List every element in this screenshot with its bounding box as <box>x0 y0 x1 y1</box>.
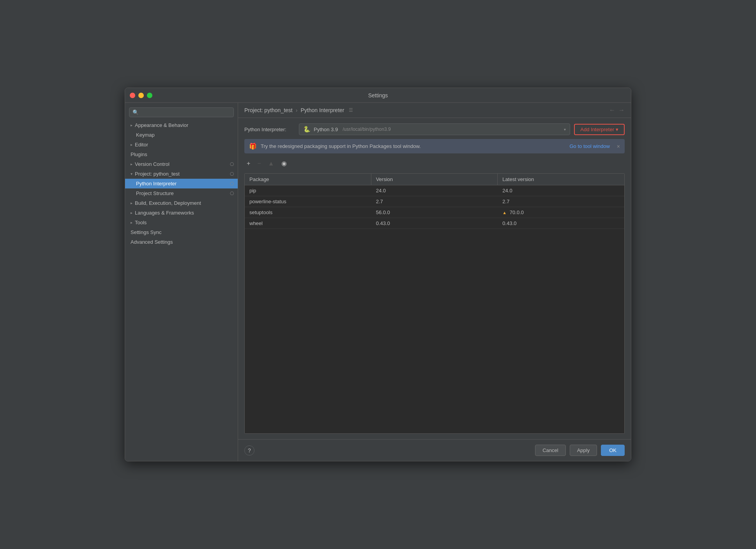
add-interpreter-button[interactable]: Add Interpreter ▾ <box>574 124 625 135</box>
table-row[interactable]: pip 24.0 24.0 <box>245 185 624 196</box>
title-bar: Settings <box>125 88 631 103</box>
sidebar-item-project[interactable]: ▾ Project: python_test ⎔ <box>125 169 238 179</box>
back-arrow-icon[interactable]: ← <box>609 107 615 114</box>
show-options-button[interactable]: ◉ <box>279 159 289 168</box>
upgrade-arrow-icon: ▲ <box>502 210 507 215</box>
sidebar-item-label: Python Interpreter <box>136 181 177 187</box>
sidebar-item-label: Build, Execution, Deployment <box>135 200 201 206</box>
breadcrumb-current: Python Interpreter <box>300 107 344 113</box>
content-area: Python Interpreter: 🐍 Python 3.9 /usr/lo… <box>238 118 631 439</box>
sidebar-item-label: Appearance & Behavior <box>135 122 188 128</box>
sidebar-item-label: Project: python_test <box>135 171 180 177</box>
chevron-icon: ▸ <box>131 123 132 127</box>
column-header-version: Version <box>371 174 498 185</box>
search-input[interactable] <box>141 109 230 115</box>
sidebar-item-python-interpreter[interactable]: Python Interpreter ⎔ <box>125 179 238 188</box>
sidebar-item-label: Version Control <box>135 161 170 167</box>
sidebar-item-label: Keymap <box>136 132 155 138</box>
banner-text: Try the redesigned packaging support in … <box>261 143 421 149</box>
sidebar-item-project-structure[interactable]: Project Structure ⎔ <box>125 188 238 198</box>
sidebar-item-label: Project Structure <box>136 190 174 196</box>
interpreter-select[interactable]: 🐍 Python 3.9 /usr/local/bin/python3.9 ▾ <box>299 123 570 135</box>
interpreter-icon: ⎔ <box>230 181 234 187</box>
main-content: Project: python_test › Python Interprete… <box>238 103 631 461</box>
sidebar-item-plugins[interactable]: Plugins <box>125 150 238 159</box>
nav-arrows: ← → <box>609 107 625 114</box>
sidebar-item-version-control[interactable]: ▸ Version Control ⎔ <box>125 159 238 169</box>
sidebar: 🔍 ▸ Appearance & Behavior Keymap ▸ Edito… <box>125 103 238 461</box>
help-icon: ? <box>248 447 251 454</box>
column-header-package: Package <box>245 174 371 185</box>
package-version: 24.0 <box>371 185 498 196</box>
ok-button[interactable]: OK <box>601 445 625 456</box>
add-package-button[interactable]: + <box>244 159 253 168</box>
table-header: Package Version Latest version <box>245 174 624 185</box>
traffic-lights <box>130 93 152 98</box>
table-body: pip 24.0 24.0 powerline-status 2.7 2.7 s… <box>245 185 624 433</box>
python-version: Python 3.9 <box>314 127 338 132</box>
table-row[interactable]: powerline-status 2.7 2.7 <box>245 196 624 207</box>
sidebar-item-tools[interactable]: ▸ Tools <box>125 218 238 227</box>
help-button[interactable]: ? <box>244 445 254 456</box>
package-latest: 2.7 <box>498 196 624 207</box>
dialog-footer: ? Cancel Apply OK <box>238 439 631 461</box>
sidebar-item-settings-sync[interactable]: Settings Sync <box>125 227 238 237</box>
sidebar-item-label: Settings Sync <box>131 229 162 235</box>
table-row[interactable]: wheel 0.43.0 0.43.0 <box>245 218 624 229</box>
gift-icon: 🎁 <box>249 143 257 150</box>
chevron-icon: ▸ <box>131 162 132 166</box>
package-version: 0.43.0 <box>371 218 498 229</box>
sidebar-item-languages[interactable]: ▸ Languages & Frameworks <box>125 208 238 218</box>
table-row[interactable]: setuptools 56.0.0 ▲ 70.0.0 <box>245 207 624 218</box>
column-header-latest: Latest version <box>498 174 624 185</box>
search-icon: 🔍 <box>132 109 139 115</box>
sidebar-item-appearance[interactable]: ▸ Appearance & Behavior <box>125 120 238 130</box>
sidebar-item-build[interactable]: ▸ Build, Execution, Deployment <box>125 198 238 208</box>
sidebar-item-advanced-settings[interactable]: Advanced Settings <box>125 237 238 247</box>
dialog-title: Settings <box>368 92 388 99</box>
chevron-icon: ▸ <box>131 201 132 205</box>
maximize-button[interactable] <box>147 93 152 98</box>
interpreter-path: /usr/local/bin/python3.9 <box>343 127 390 132</box>
sidebar-item-keymap[interactable]: Keymap <box>125 130 238 140</box>
project-icon: ⎔ <box>230 171 234 177</box>
chevron-icon: ▸ <box>131 143 132 147</box>
forward-arrow-icon[interactable]: → <box>618 107 625 114</box>
vcs-icon: ⎔ <box>230 162 234 167</box>
package-latest: 0.43.0 <box>498 218 624 229</box>
interpreter-label: Python Interpreter: <box>244 127 295 132</box>
add-interpreter-label: Add Interpreter <box>580 127 614 132</box>
package-name: setuptools <box>245 207 371 218</box>
dialog-body: 🔍 ▸ Appearance & Behavior Keymap ▸ Edito… <box>125 103 631 461</box>
sidebar-item-label: Advanced Settings <box>131 239 173 245</box>
breadcrumb: Project: python_test › Python Interprete… <box>238 103 631 118</box>
close-button[interactable] <box>130 93 135 98</box>
sidebar-item-editor[interactable]: ▸ Editor <box>125 140 238 150</box>
interpreter-row: Python Interpreter: 🐍 Python 3.9 /usr/lo… <box>244 123 625 135</box>
apply-button[interactable]: Apply <box>570 445 597 456</box>
chevron-icon: ▸ <box>131 220 132 225</box>
settings-dialog: Settings 🔍 ▸ Appearance & Behavior Keyma… <box>125 88 631 461</box>
packages-toolbar: + − ▲ ◉ <box>244 157 625 169</box>
breadcrumb-separator: › <box>296 107 298 113</box>
upgrade-package-button[interactable]: ▲ <box>266 159 277 168</box>
python-icon: 🐍 <box>303 126 311 133</box>
sidebar-item-label: Editor <box>135 142 148 148</box>
packages-table: Package Version Latest version pip 24.0 … <box>244 173 625 434</box>
package-version: 2.7 <box>371 196 498 207</box>
breadcrumb-project: Project: python_test <box>244 107 293 113</box>
banner-close-button[interactable]: × <box>617 143 620 150</box>
package-name: powerline-status <box>245 196 371 207</box>
sidebar-item-label: Tools <box>135 220 147 225</box>
search-box[interactable]: 🔍 <box>129 107 234 117</box>
chevron-icon: ▾ <box>131 172 132 176</box>
go-to-tool-window-link[interactable]: Go to tool window <box>569 143 609 149</box>
add-interpreter-chevron-icon: ▾ <box>616 127 618 132</box>
edit-icon[interactable]: ☰ <box>349 107 353 113</box>
dropdown-arrow-icon: ▾ <box>564 127 566 132</box>
package-name: pip <box>245 185 371 196</box>
cancel-button[interactable]: Cancel <box>535 445 565 456</box>
package-latest: ▲ 70.0.0 <box>498 207 624 218</box>
minimize-button[interactable] <box>138 93 144 98</box>
remove-package-button[interactable]: − <box>255 159 263 168</box>
